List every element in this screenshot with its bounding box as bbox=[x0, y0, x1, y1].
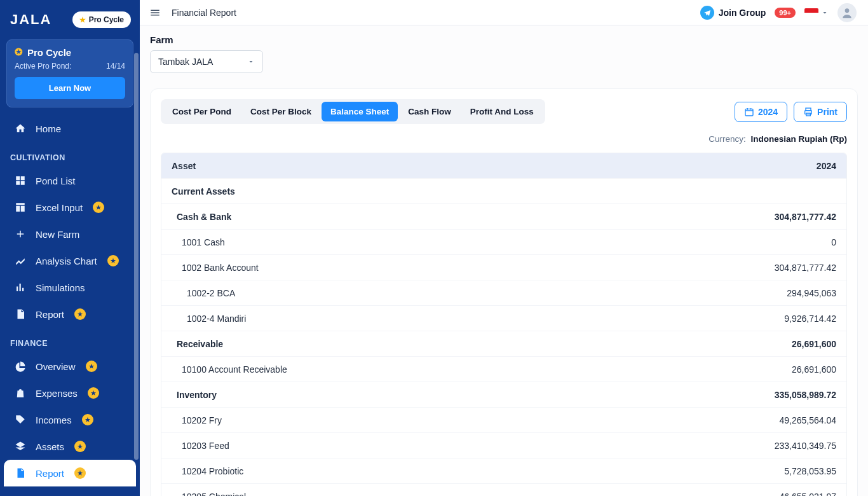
table-icon bbox=[14, 202, 27, 213]
sidebar-item-label: Report bbox=[36, 309, 64, 320]
language-selector[interactable] bbox=[804, 8, 829, 17]
sidebar-item-report-cultivation[interactable]: Report bbox=[0, 301, 140, 327]
pro-cycle-chip[interactable]: ★ Pro Cycle bbox=[72, 11, 131, 28]
join-group-label: Join Group bbox=[719, 8, 766, 18]
sidebar-item-simulations[interactable]: Simulations bbox=[0, 274, 140, 301]
pro-badge-icon bbox=[74, 308, 86, 320]
row-value: 0 bbox=[831, 237, 836, 247]
document-icon bbox=[14, 467, 27, 479]
sidebar-item-assets[interactable]: Assets bbox=[0, 433, 140, 460]
main-area: Financial Report Join Group 99+ bbox=[140, 0, 868, 496]
report-panel: Cost Per Pond Cost Per Block Balance She… bbox=[150, 88, 858, 496]
farm-select-value: Tambak JALA bbox=[158, 57, 213, 67]
table-row: 10203 Feed233,410,349.75 bbox=[161, 433, 846, 458]
print-icon bbox=[803, 107, 813, 117]
tab-cost-per-pond[interactable]: Cost Per Pond bbox=[163, 102, 240, 121]
sidebar-item-excel-input[interactable]: Excel Input bbox=[0, 194, 140, 221]
chevron-down-icon bbox=[821, 9, 829, 17]
pro-badge-icon bbox=[74, 467, 86, 479]
table-header-name: Asset bbox=[172, 161, 817, 171]
tab-cost-per-block[interactable]: Cost Per Block bbox=[241, 102, 320, 121]
sidebar-item-label: Report bbox=[36, 468, 64, 479]
table-row: 1002-2 BCA294,945,063 bbox=[161, 280, 846, 306]
sidebar-item-label: Expenses bbox=[36, 388, 78, 399]
currency-row: Currency: Indonesian Rupiah (Rp) bbox=[161, 134, 847, 144]
sidebar-item-new-farm[interactable]: New Farm bbox=[0, 221, 140, 247]
page-title: Financial Report bbox=[172, 8, 700, 18]
plus-icon bbox=[14, 228, 27, 240]
sidebar-item-home[interactable]: Home bbox=[0, 115, 140, 142]
pro-badge-icon bbox=[88, 387, 99, 399]
table-row: Inventory335,058,989.72 bbox=[161, 382, 846, 408]
active-pond-count: 14/14 bbox=[106, 62, 125, 71]
currency-value: Indonesian Rupiah (Rp) bbox=[751, 134, 848, 144]
pro-chip-label: Pro Cycle bbox=[89, 15, 124, 24]
tab-cash-flow[interactable]: Cash Flow bbox=[399, 102, 460, 121]
print-button[interactable]: Print bbox=[794, 102, 847, 122]
row-value: 49,265,564.04 bbox=[779, 415, 836, 425]
telegram-icon bbox=[700, 6, 714, 20]
report-tabs: Cost Per Pond Cost Per Block Balance She… bbox=[161, 99, 545, 124]
row-name: 1002-4 Mandiri bbox=[172, 313, 784, 324]
farm-label: Farm bbox=[150, 34, 858, 45]
sidebar-item-label: Assets bbox=[36, 441, 64, 452]
row-value: 304,871,777.42 bbox=[775, 212, 836, 222]
row-name: Receivable bbox=[172, 339, 792, 349]
row-value: 26,691,600 bbox=[792, 339, 836, 349]
table-row: Current Assets bbox=[161, 179, 846, 204]
sidebar-item-overview[interactable]: Overview bbox=[0, 353, 140, 380]
tab-balance-sheet[interactable]: Balance Sheet bbox=[322, 102, 398, 121]
sidebar-item-label: Home bbox=[36, 123, 61, 134]
svg-rect-1 bbox=[745, 109, 753, 116]
sidebar-nav: Home CULTIVATION Pond List Excel Input bbox=[0, 114, 140, 496]
row-value: 294,945,063 bbox=[787, 288, 836, 298]
sidebar: JALA ★ Pro Cycle ✪ Pro Cycle Active Pro … bbox=[0, 0, 140, 496]
pro-cycle-card: ✪ Pro Cycle Active Pro Pond: 14/14 Learn… bbox=[6, 39, 133, 107]
star-icon: ✪ bbox=[15, 46, 23, 58]
sidebar-item-analysis-chart[interactable]: Analysis Chart bbox=[0, 247, 140, 274]
sidebar-item-report-finance[interactable]: Report bbox=[4, 460, 136, 486]
avatar[interactable] bbox=[837, 3, 857, 22]
tab-profit-loss[interactable]: Profit And Loss bbox=[461, 102, 543, 121]
home-icon bbox=[14, 123, 27, 134]
row-name: 10203 Feed bbox=[172, 441, 775, 451]
sidebar-item-label: Pond List bbox=[36, 176, 76, 186]
farm-select[interactable]: Tambak JALA bbox=[150, 50, 263, 73]
row-value: 26,691,600 bbox=[792, 364, 836, 375]
sidebar-item-label: Excel Input bbox=[36, 202, 83, 213]
sidebar-item-incomes[interactable]: Incomes bbox=[0, 406, 140, 433]
print-label: Print bbox=[817, 107, 837, 117]
pro-badge-icon bbox=[107, 255, 119, 266]
row-name: Inventory bbox=[172, 390, 775, 400]
year-filter-button[interactable]: 2024 bbox=[735, 102, 787, 122]
menu-icon[interactable] bbox=[147, 5, 163, 20]
chart-line-icon bbox=[14, 255, 27, 266]
sidebar-item-label: New Farm bbox=[36, 229, 79, 240]
table-header-year: 2024 bbox=[817, 161, 836, 171]
chevron-down-icon bbox=[247, 58, 255, 65]
table-header: Asset 2024 bbox=[161, 153, 846, 179]
row-name: 1002-2 BCA bbox=[172, 288, 787, 298]
document-icon bbox=[14, 308, 27, 320]
sidebar-item-label: Overview bbox=[36, 361, 76, 372]
row-name: 10204 Probiotic bbox=[172, 466, 784, 476]
sidebar-item-expenses[interactable]: Expenses bbox=[0, 380, 140, 406]
learn-now-button[interactable]: Learn Now bbox=[15, 77, 125, 99]
notification-badge[interactable]: 99+ bbox=[775, 8, 796, 18]
table-row: 10100 Account Receivable26,691,600 bbox=[161, 357, 846, 382]
sidebar-scrollbar[interactable] bbox=[134, 53, 139, 451]
shopping-bag-icon bbox=[14, 387, 27, 399]
svg-point-0 bbox=[845, 8, 850, 13]
join-group-button[interactable]: Join Group bbox=[700, 6, 766, 20]
table-row: Receivable26,691,600 bbox=[161, 331, 846, 357]
sidebar-scrollbar-thumb[interactable] bbox=[134, 53, 139, 460]
table-row: 10205 Chemical46,655,021.97 bbox=[161, 484, 846, 496]
table-row: 1002-4 Mandiri9,926,714.42 bbox=[161, 306, 846, 331]
content: Farm Tambak JALA Cost Per Pond Cost Per … bbox=[140, 25, 868, 496]
row-name: 10100 Account Receivable bbox=[172, 364, 792, 375]
pro-badge-icon bbox=[74, 441, 86, 452]
pond-list-icon bbox=[14, 175, 27, 186]
table-row: Cash & Bank304,871,777.42 bbox=[161, 204, 846, 230]
year-filter-label: 2024 bbox=[758, 107, 778, 117]
sidebar-item-pond-list[interactable]: Pond List bbox=[0, 167, 140, 194]
